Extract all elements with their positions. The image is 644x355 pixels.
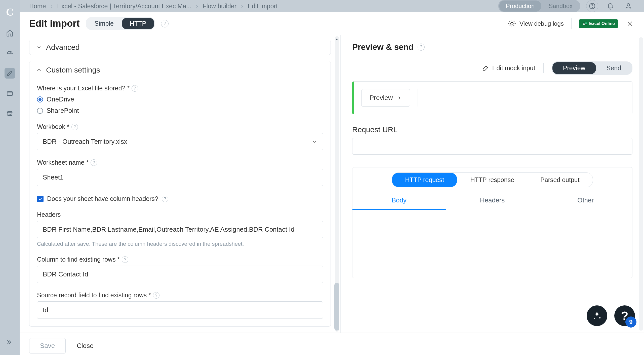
svg-rect-7 xyxy=(585,22,587,23)
headers-label: Headers xyxy=(37,211,323,218)
excel-online-badge[interactable]: X Excel Online xyxy=(579,19,618,28)
svg-text:X: X xyxy=(583,22,585,25)
panel-footer: Save Close xyxy=(20,333,644,355)
close-button[interactable]: Close xyxy=(77,342,93,350)
source-field-label: Source record field to find existing row… xyxy=(37,292,323,299)
help-fab[interactable]: ? 9 xyxy=(614,305,635,326)
subtab-other[interactable]: Other xyxy=(539,191,632,210)
crumb-home[interactable]: Home xyxy=(29,3,46,10)
user-icon[interactable] xyxy=(622,0,634,12)
scrollbar-track[interactable] xyxy=(639,37,643,331)
help-icon[interactable]: ? xyxy=(161,20,169,27)
logo-icon[interactable]: C xyxy=(6,6,14,18)
dashboard-icon[interactable] xyxy=(5,48,15,58)
scrollbar-thumb[interactable] xyxy=(334,283,339,331)
svg-point-2 xyxy=(592,7,592,8)
svg-rect-9 xyxy=(585,24,587,25)
advanced-toggle[interactable]: Advanced xyxy=(36,41,324,54)
response-section: HTTP request HTTP response Parsed output… xyxy=(352,167,632,278)
preview-send-toggle[interactable]: Preview Send xyxy=(552,61,632,75)
tab-http-response[interactable]: HTTP response xyxy=(457,173,527,187)
env-production[interactable]: Production xyxy=(499,1,541,12)
toggle-send[interactable]: Send xyxy=(596,62,632,74)
tab-parsed-output[interactable]: Parsed output xyxy=(527,173,593,187)
scroll-up-icon[interactable]: ▴ xyxy=(335,37,339,41)
tab-http-request[interactable]: HTTP request xyxy=(392,173,457,187)
ai-sparkle-fab[interactable] xyxy=(587,305,607,326)
radio-sharepoint[interactable]: SharePoint xyxy=(37,107,323,115)
divider xyxy=(543,63,544,73)
help-icon[interactable]: ? xyxy=(132,85,138,92)
bell-icon[interactable] xyxy=(604,0,616,12)
workbook-select[interactable]: BDR - Outreach Territory.xlsx xyxy=(37,133,323,150)
help-icon[interactable] xyxy=(586,0,598,12)
tools-icon[interactable] xyxy=(5,68,15,79)
env-sandbox[interactable]: Sandbox xyxy=(542,1,579,12)
chevron-up-icon xyxy=(36,67,42,73)
preview-strip: Preview xyxy=(352,81,632,114)
workbook-label: Workbook * ? xyxy=(37,123,323,130)
close-icon[interactable] xyxy=(625,19,634,28)
help-icon[interactable]: ? xyxy=(122,256,128,263)
help-icon[interactable]: ? xyxy=(91,159,97,166)
mode-toggle[interactable]: Simple HTTP xyxy=(86,17,155,30)
card-icon[interactable] xyxy=(5,88,15,99)
help-icon[interactable]: ? xyxy=(162,196,168,202)
headers-input[interactable]: BDR First Name,BDR Lastname,Email,Outrea… xyxy=(37,221,323,238)
divider xyxy=(571,18,572,29)
worksheet-input[interactable]: Sheet1 xyxy=(37,169,323,186)
column-find-input[interactable]: BDR Contact Id xyxy=(37,266,323,283)
breadcrumbs-bar: Home › Excel - Salesforce | Territory/Ac… xyxy=(20,0,644,12)
svg-rect-0 xyxy=(7,92,13,95)
toggle-preview[interactable]: Preview xyxy=(552,62,596,74)
crumb-flow-builder[interactable]: Flow builder xyxy=(203,3,236,10)
mode-http[interactable]: HTTP xyxy=(122,18,154,29)
request-url-input[interactable] xyxy=(352,138,632,155)
svg-point-10 xyxy=(599,317,600,318)
edit-mock-input-link[interactable]: Edit mock input xyxy=(482,64,535,72)
worksheet-label: Worksheet name * ? xyxy=(37,159,323,166)
column-find-label: Column to find existing rows * ? xyxy=(37,256,323,263)
expand-rail-icon[interactable] xyxy=(5,337,15,347)
environment-toggle[interactable]: Production Sandbox xyxy=(498,0,580,12)
chevron-down-icon xyxy=(312,139,317,145)
custom-settings-section: Custom settings Where is your Excel file… xyxy=(29,61,331,327)
custom-settings-toggle[interactable]: Custom settings xyxy=(29,61,331,79)
headers-hint: Calculated after save. These are the col… xyxy=(37,241,323,247)
chevron-right-icon: › xyxy=(51,3,53,10)
request-url-label: Request URL xyxy=(352,125,632,134)
preview-send-title: Preview & send xyxy=(352,42,414,52)
radio-onedrive[interactable]: OneDrive xyxy=(37,95,323,103)
chevron-right-icon: › xyxy=(241,3,243,10)
response-subtabs[interactable]: Body Headers Other xyxy=(352,191,632,210)
column-headers-checkbox[interactable]: Does your sheet have column headers? ? xyxy=(37,195,323,202)
subtab-body[interactable]: Body xyxy=(352,191,446,210)
view-debug-logs-link[interactable]: View debug logs xyxy=(508,20,564,28)
help-icon[interactable]: ? xyxy=(71,124,78,130)
help-icon[interactable]: ? xyxy=(153,292,159,299)
help-icon[interactable]: ? xyxy=(418,44,425,51)
checkbox-checked-icon xyxy=(37,196,44,202)
svg-rect-8 xyxy=(585,23,587,24)
mode-simple[interactable]: Simple xyxy=(87,18,122,29)
response-type-tabs[interactable]: HTTP request HTTP response Parsed output xyxy=(392,172,593,187)
subtab-headers[interactable]: Headers xyxy=(446,191,539,210)
crumb-integration[interactable]: Excel - Salesforce | Territory/Account E… xyxy=(57,3,191,10)
store-icon[interactable] xyxy=(5,108,15,119)
page-title: Edit import xyxy=(29,18,80,29)
divider xyxy=(418,89,418,106)
svg-point-11 xyxy=(594,318,595,319)
file-stored-label: Where is your Excel file stored? * ? xyxy=(37,85,323,92)
chevron-right-icon: › xyxy=(196,3,198,10)
pencil-icon xyxy=(482,65,489,72)
svg-point-4 xyxy=(511,22,513,25)
crumb-edit-import[interactable]: Edit import xyxy=(248,3,277,10)
advanced-section: Advanced xyxy=(29,40,331,55)
save-button[interactable]: Save xyxy=(29,338,66,353)
preview-button[interactable]: Preview xyxy=(361,89,410,106)
chevron-down-icon xyxy=(36,44,42,50)
notification-badge: 9 xyxy=(625,316,636,328)
home-icon[interactable] xyxy=(5,28,15,38)
panel-header: Edit import Simple HTTP ? View debug log… xyxy=(20,12,644,35)
source-field-input[interactable]: Id xyxy=(37,301,323,319)
